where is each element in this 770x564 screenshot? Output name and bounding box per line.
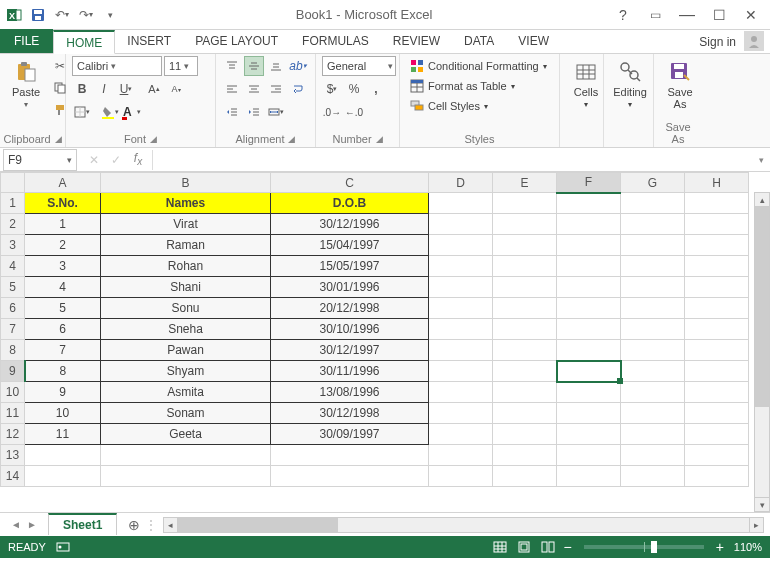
cell-H9[interactable] [685, 361, 749, 382]
ribbon-options-icon[interactable]: ▭ [640, 4, 670, 26]
cell-D13[interactable] [429, 445, 493, 466]
cell-B2[interactable]: Virat [101, 214, 271, 235]
enter-formula-icon[interactable]: ✓ [106, 150, 126, 170]
wrap-text-icon[interactable] [288, 79, 308, 99]
cell-A8[interactable]: 7 [25, 340, 101, 361]
comma-format-icon[interactable]: , [366, 79, 386, 99]
cell-C9[interactable]: 30/11/1996 [271, 361, 429, 382]
merge-center-icon[interactable]: ▾ [266, 102, 286, 122]
cell-G13[interactable] [621, 445, 685, 466]
cell-C12[interactable]: 30/09/1997 [271, 424, 429, 445]
italic-button[interactable]: I [94, 79, 114, 99]
cell-E1[interactable] [493, 193, 557, 214]
zoom-in-icon[interactable]: + [712, 539, 728, 555]
number-format-combo[interactable]: General▾ [322, 56, 396, 76]
editing-button[interactable]: Editing▾ [610, 56, 650, 113]
cell-F1[interactable] [557, 193, 621, 214]
cell-A1[interactable]: S.No. [25, 193, 101, 214]
cell-G7[interactable] [621, 319, 685, 340]
font-grow-icon[interactable]: A▴ [144, 79, 164, 99]
col-header-F[interactable]: F [557, 173, 621, 193]
cell-D4[interactable] [429, 256, 493, 277]
file-tab[interactable]: FILE [0, 29, 53, 53]
page-layout-view-icon[interactable] [513, 538, 535, 556]
cell-H14[interactable] [685, 466, 749, 487]
maximize-icon[interactable]: ☐ [704, 4, 734, 26]
cell-C4[interactable]: 15/05/1997 [271, 256, 429, 277]
cell-G11[interactable] [621, 403, 685, 424]
cell-A12[interactable]: 11 [25, 424, 101, 445]
cell-A4[interactable]: 3 [25, 256, 101, 277]
cell-B7[interactable]: Sneha [101, 319, 271, 340]
font-name-combo[interactable]: Calibri▾ [72, 56, 162, 76]
sheet-nav-prev-icon[interactable]: ◄ [8, 519, 24, 530]
row-header-4[interactable]: 4 [1, 256, 25, 277]
cell-D7[interactable] [429, 319, 493, 340]
cell-F11[interactable] [557, 403, 621, 424]
cell-H8[interactable] [685, 340, 749, 361]
cell-styles-button[interactable]: Cell Styles▾ [406, 98, 551, 114]
row-header-2[interactable]: 2 [1, 214, 25, 235]
avatar-icon[interactable] [744, 31, 764, 51]
cell-E11[interactable] [493, 403, 557, 424]
cell-E9[interactable] [493, 361, 557, 382]
tab-view[interactable]: VIEW [506, 29, 561, 53]
cell-H6[interactable] [685, 298, 749, 319]
cell-A7[interactable]: 6 [25, 319, 101, 340]
cell-A10[interactable]: 9 [25, 382, 101, 403]
cell-G9[interactable] [621, 361, 685, 382]
cell-E3[interactable] [493, 235, 557, 256]
align-left-icon[interactable] [222, 79, 242, 99]
decrease-decimal-icon[interactable]: ←.0 [344, 102, 364, 122]
cell-C6[interactable]: 20/12/1998 [271, 298, 429, 319]
alignment-launcher-icon[interactable]: ◢ [288, 134, 295, 144]
cell-G5[interactable] [621, 277, 685, 298]
cell-C13[interactable] [271, 445, 429, 466]
cell-E7[interactable] [493, 319, 557, 340]
sign-in-link[interactable]: Sign in [691, 31, 744, 53]
cell-B11[interactable]: Sonam [101, 403, 271, 424]
cell-F7[interactable] [557, 319, 621, 340]
page-break-view-icon[interactable] [537, 538, 559, 556]
cell-C14[interactable] [271, 466, 429, 487]
col-header-B[interactable]: B [101, 173, 271, 193]
cell-G2[interactable] [621, 214, 685, 235]
cell-D8[interactable] [429, 340, 493, 361]
redo-icon[interactable]: ↷▾ [76, 5, 96, 25]
qat-customize-icon[interactable]: ▾ [100, 5, 120, 25]
cell-C10[interactable]: 13/08/1996 [271, 382, 429, 403]
cell-A6[interactable]: 5 [25, 298, 101, 319]
cell-H12[interactable] [685, 424, 749, 445]
cell-D9[interactable] [429, 361, 493, 382]
cell-D12[interactable] [429, 424, 493, 445]
underline-button[interactable]: U▾ [116, 79, 136, 99]
orientation-icon[interactable]: ab▾ [288, 56, 308, 76]
fill-color-button[interactable]: ▾ [100, 102, 120, 122]
cell-B3[interactable]: Raman [101, 235, 271, 256]
cell-D10[interactable] [429, 382, 493, 403]
align-center-icon[interactable] [244, 79, 264, 99]
macro-record-icon[interactable] [56, 540, 70, 554]
cell-B5[interactable]: Shani [101, 277, 271, 298]
cell-H4[interactable] [685, 256, 749, 277]
row-header-6[interactable]: 6 [1, 298, 25, 319]
cell-B13[interactable] [101, 445, 271, 466]
cell-B1[interactable]: Names [101, 193, 271, 214]
formula-expand-icon[interactable]: ▾ [752, 155, 770, 165]
col-header-D[interactable]: D [429, 173, 493, 193]
accounting-format-icon[interactable]: $▾ [322, 79, 342, 99]
cell-H7[interactable] [685, 319, 749, 340]
col-header-G[interactable]: G [621, 173, 685, 193]
font-launcher-icon[interactable]: ◢ [150, 134, 157, 144]
horizontal-scrollbar[interactable]: ◂▸ [163, 517, 764, 533]
font-color-button[interactable]: A▾ [122, 102, 142, 122]
cell-D14[interactable] [429, 466, 493, 487]
cell-H10[interactable] [685, 382, 749, 403]
formula-input[interactable] [153, 149, 752, 171]
tab-data[interactable]: DATA [452, 29, 506, 53]
cell-C2[interactable]: 30/12/1996 [271, 214, 429, 235]
cell-B4[interactable]: Rohan [101, 256, 271, 277]
undo-icon[interactable]: ↶▾ [52, 5, 72, 25]
cell-H11[interactable] [685, 403, 749, 424]
cell-A5[interactable]: 4 [25, 277, 101, 298]
